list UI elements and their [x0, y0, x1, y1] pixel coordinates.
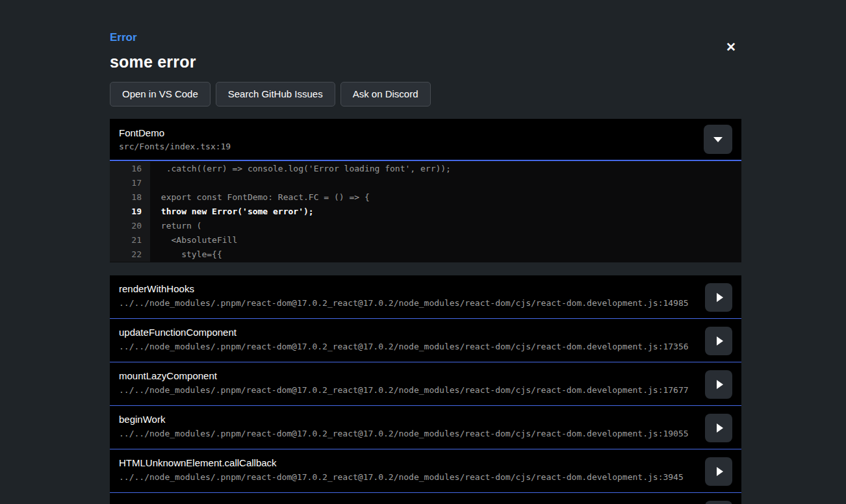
line-number: 19: [110, 205, 150, 219]
open-in-vscode-button[interactable]: Open in VS Code: [110, 82, 211, 107]
search-github-issues-button[interactable]: Search GitHub Issues: [216, 82, 335, 107]
line-code: return (: [150, 219, 741, 233]
error-overlay: Error some error Open in VS Code Search …: [110, 0, 741, 504]
stack-frame: beginWork ../../node_modules/.pnpm/react…: [110, 406, 741, 449]
code-line: 17: [110, 176, 741, 190]
line-number: 16: [110, 162, 150, 176]
stack-frame-path: ../../node_modules/.pnpm/react-dom@17.0.…: [119, 472, 732, 482]
stack-frame-list: renderWithHooks ../../node_modules/.pnpm…: [110, 275, 741, 504]
line-code: throw new Error('some error');: [150, 205, 741, 219]
stack-frame-path: ../../node_modules/.pnpm/react-dom@17.0.…: [119, 385, 732, 395]
expand-stack-frame-button[interactable]: [705, 501, 732, 504]
line-number: 20: [110, 219, 150, 233]
expand-stack-frame-button[interactable]: [705, 370, 732, 399]
code-line: 22 style={{: [110, 247, 741, 262]
expand-stack-frame-button[interactable]: [705, 327, 732, 355]
expand-stack-frame-button[interactable]: [705, 414, 732, 442]
line-code: <AbsoluteFill: [150, 233, 741, 247]
stack-frame: HTMLUnknownElement.callCallback ../../no…: [110, 449, 741, 493]
line-code: .catch((err) => console.log('Error loadi…: [150, 162, 741, 176]
collapse-code-frame-button[interactable]: [704, 125, 732, 154]
play-icon: [717, 423, 723, 433]
line-number: 18: [110, 190, 150, 205]
chevron-down-icon: [713, 137, 723, 142]
stack-frame-path: ../../node_modules/.pnpm/react-dom@17.0.…: [119, 429, 732, 438]
line-code: export const FontDemo: React.FC = () => …: [150, 190, 741, 205]
code-lines: 16 .catch((err) => console.log('Error lo…: [110, 161, 741, 262]
stack-frame-function-name: beginWork: [119, 414, 732, 425]
code-line: 16 .catch((err) => console.log('Error lo…: [110, 162, 741, 176]
error-kicker: Error: [110, 31, 741, 44]
line-number: 17: [110, 176, 150, 190]
stack-frame-path: ../../node_modules/.pnpm/react-dom@17.0.…: [119, 298, 732, 308]
line-number: 21: [110, 233, 150, 247]
stack-frame: updateFunctionComponent ../../node_modul…: [110, 319, 741, 362]
code-line: 20 return (: [110, 219, 741, 233]
stack-frame-function-name: HTMLUnknownElement.callCallback: [119, 457, 732, 468]
stack-frame-path: ../../node_modules/.pnpm/react-dom@17.0.…: [119, 342, 732, 351]
code-frame-location: src/Fonts/index.tsx:19: [119, 142, 732, 151]
line-code: style={{: [150, 247, 741, 262]
stack-frame: [110, 493, 741, 504]
action-buttons-row: Open in VS Code Search GitHub Issues Ask…: [110, 82, 741, 107]
expand-stack-frame-button[interactable]: [705, 283, 732, 312]
ask-on-discord-button[interactable]: Ask on Discord: [340, 82, 431, 107]
play-icon: [717, 467, 723, 476]
code-frame-header: FontDemo src/Fonts/index.tsx:19: [110, 119, 741, 160]
code-frame-function-name: FontDemo: [119, 127, 732, 138]
stack-frame-function-name: mountLazyComponent: [119, 370, 732, 381]
error-message-title: some error: [110, 53, 741, 71]
line-code: [150, 176, 741, 190]
play-icon: [717, 336, 723, 346]
expand-stack-frame-button[interactable]: [705, 457, 732, 486]
line-number: 22: [110, 247, 150, 262]
play-icon: [717, 293, 723, 302]
code-line: 21 <AbsoluteFill: [110, 233, 741, 247]
stack-frame-function-name: updateFunctionComponent: [119, 327, 732, 338]
code-line: 18 export const FontDemo: React.FC = () …: [110, 190, 741, 205]
stack-frame-function-name: renderWithHooks: [119, 283, 732, 294]
code-frame: FontDemo src/Fonts/index.tsx:19 16 .catc…: [110, 119, 741, 262]
stack-frame: mountLazyComponent ../../node_modules/.p…: [110, 362, 741, 406]
code-line: 19 throw new Error('some error');: [110, 205, 741, 219]
stack-frame: renderWithHooks ../../node_modules/.pnpm…: [110, 275, 741, 319]
play-icon: [717, 380, 723, 389]
